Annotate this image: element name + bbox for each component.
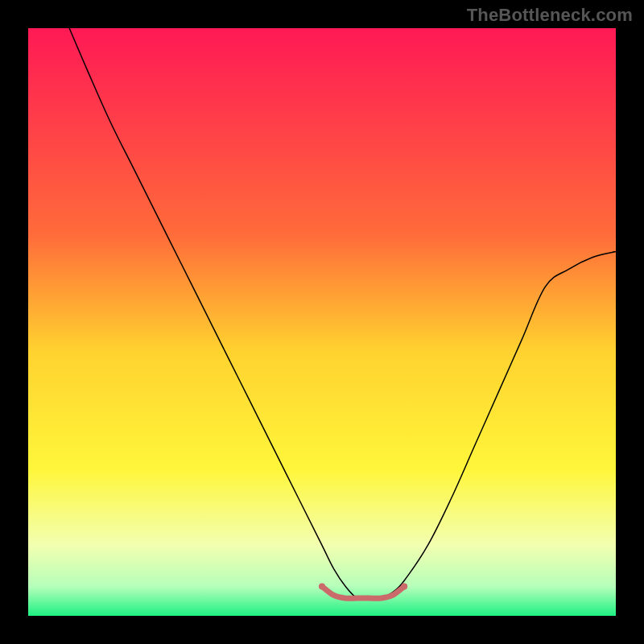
gradient-background bbox=[28, 28, 616, 616]
watermark-text: TheBottleneck.com bbox=[467, 5, 633, 26]
svg-point-0 bbox=[319, 584, 325, 590]
svg-point-1 bbox=[401, 584, 407, 590]
plot-area bbox=[28, 28, 616, 616]
chart-svg bbox=[28, 28, 616, 616]
chart-container: TheBottleneck.com bbox=[0, 0, 644, 644]
